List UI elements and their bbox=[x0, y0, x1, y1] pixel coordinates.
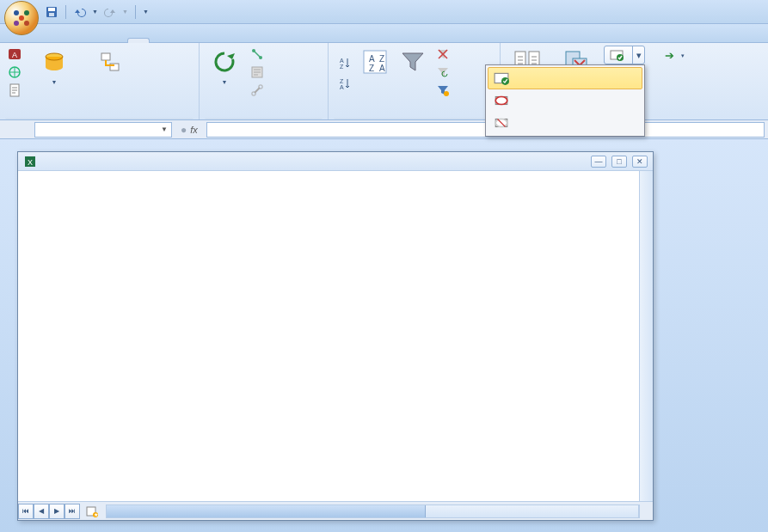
tab-formulas[interactable] bbox=[107, 38, 127, 42]
tab-home[interactable] bbox=[45, 38, 65, 42]
tab-review[interactable] bbox=[150, 38, 170, 42]
workbook-titlebar[interactable]: X — □ ✕ bbox=[18, 152, 653, 171]
svg-text:★: ★ bbox=[94, 512, 98, 517]
fx-icon[interactable]: fx bbox=[190, 125, 198, 135]
svg-text:A: A bbox=[340, 58, 344, 64]
maximize-button[interactable]: □ bbox=[611, 156, 627, 168]
cancel-formula-icon: ● bbox=[181, 124, 187, 136]
text-file-icon bbox=[8, 83, 22, 97]
advanced-filter-button[interactable] bbox=[433, 82, 455, 99]
data-validation-dropdown[interactable]: ▾ bbox=[632, 46, 644, 64]
svg-rect-7 bbox=[49, 13, 54, 16]
connections-button[interactable] bbox=[248, 46, 269, 63]
svg-text:Z: Z bbox=[369, 64, 374, 73]
chevron-down-icon: ▼ bbox=[222, 79, 228, 85]
name-box[interactable]: ▼ bbox=[34, 122, 172, 138]
filter-icon bbox=[399, 48, 427, 76]
svg-text:A: A bbox=[12, 51, 17, 59]
properties-button bbox=[248, 64, 269, 81]
redo-dropdown: ▼ bbox=[122, 9, 128, 15]
svg-text:Z: Z bbox=[379, 54, 384, 64]
connections-icon bbox=[250, 47, 264, 61]
sort-asc-icon: AZ bbox=[337, 56, 351, 70]
refresh-all-button[interactable]: ▼ bbox=[205, 46, 244, 88]
svg-rect-14 bbox=[101, 53, 110, 60]
from-text-button[interactable] bbox=[5, 82, 27, 99]
svg-point-2 bbox=[24, 10, 29, 15]
sort-asc-button[interactable]: AZ bbox=[334, 54, 354, 71]
reapply-button bbox=[433, 64, 455, 81]
sheet-nav-first[interactable]: ⏮ bbox=[18, 504, 34, 519]
save-icon[interactable] bbox=[45, 5, 58, 19]
sort-button[interactable]: AZZA bbox=[358, 46, 392, 80]
sheet-nav-last[interactable]: ⏭ bbox=[65, 504, 80, 519]
excel-doc-icon: X bbox=[23, 155, 37, 168]
svg-point-3 bbox=[24, 21, 29, 26]
sheet-nav-next[interactable]: ▶ bbox=[49, 504, 65, 519]
undo-dropdown[interactable]: ▼ bbox=[92, 9, 98, 15]
minimize-button[interactable]: — bbox=[591, 156, 606, 168]
sheet-tab-bar: ⏮ ◀ ▶ ⏭ ★ bbox=[18, 501, 653, 520]
sort-icon: AZZA bbox=[361, 48, 389, 76]
group-arrow-icon: ➔ bbox=[665, 49, 674, 62]
existing-connections-button[interactable] bbox=[82, 46, 138, 80]
from-access-button[interactable]: A bbox=[5, 46, 27, 63]
svg-text:Z: Z bbox=[340, 78, 344, 84]
from-other-sources-button[interactable]: ▼ bbox=[30, 46, 78, 88]
redo-icon[interactable] bbox=[103, 5, 117, 19]
advanced-icon bbox=[436, 83, 450, 97]
other-sources-icon bbox=[40, 48, 68, 76]
formula-bar: ▼ ● fx bbox=[0, 120, 768, 139]
chevron-down-icon: ▼ bbox=[52, 79, 58, 85]
circle-invalid-icon bbox=[494, 93, 509, 108]
tab-view[interactable] bbox=[170, 38, 191, 42]
menu-data-validation[interactable] bbox=[488, 67, 642, 89]
group-data-tools: ▾ ➔▾ bbox=[501, 43, 768, 119]
horizontal-scrollbar[interactable] bbox=[106, 504, 639, 518]
group-label bbox=[5, 118, 194, 119]
existing-connections-icon bbox=[96, 48, 124, 76]
workspace: X — □ ✕ ⏮ ◀ ▶ ⏭ ★ bbox=[0, 139, 768, 532]
clear-circles-icon bbox=[494, 115, 509, 131]
edit-links-button bbox=[248, 82, 269, 99]
insert-sheet-icon[interactable]: ★ bbox=[85, 504, 99, 518]
svg-text:A: A bbox=[369, 54, 375, 64]
data-validation-menu bbox=[485, 64, 645, 137]
svg-rect-20 bbox=[259, 85, 262, 89]
ribbon: A ▼ ▼ bbox=[0, 43, 768, 120]
tab-page-layout[interactable] bbox=[86, 38, 107, 42]
tab-insert[interactable] bbox=[65, 38, 86, 42]
edit-links-icon bbox=[250, 83, 264, 97]
properties-icon bbox=[250, 65, 264, 79]
menu-clear-circles[interactable] bbox=[488, 112, 642, 134]
close-button[interactable]: ✕ bbox=[632, 156, 648, 168]
group-sort-filter: AZ ZA AZZA bbox=[329, 43, 501, 119]
group-connections: ▼ bbox=[200, 43, 329, 119]
menu-circle-invalid[interactable] bbox=[488, 89, 642, 112]
clear-filter-button bbox=[433, 46, 455, 63]
chevron-down-icon: ▾ bbox=[681, 52, 685, 59]
reapply-icon bbox=[436, 65, 450, 79]
office-button[interactable] bbox=[4, 1, 39, 35]
sheet-nav-prev[interactable]: ◀ bbox=[34, 504, 49, 519]
svg-rect-6 bbox=[48, 8, 55, 11]
spreadsheet-grid[interactable] bbox=[18, 171, 639, 501]
chevron-down-icon[interactable]: ▼ bbox=[161, 125, 168, 133]
svg-point-1 bbox=[14, 10, 19, 15]
refresh-icon bbox=[211, 48, 238, 76]
from-web-button[interactable] bbox=[5, 64, 27, 81]
svg-point-4 bbox=[14, 21, 19, 26]
vertical-scrollbar[interactable] bbox=[639, 171, 653, 501]
undo-icon[interactable] bbox=[73, 5, 87, 19]
data-validation-split-button[interactable]: ▾ bbox=[604, 46, 645, 64]
data-validation-icon bbox=[494, 70, 509, 86]
ribbon-tabs bbox=[0, 24, 768, 43]
svg-text:A: A bbox=[340, 84, 344, 90]
group-label bbox=[334, 118, 495, 119]
svg-point-30 bbox=[444, 91, 449, 96]
qat-customize[interactable]: ▼ bbox=[143, 9, 149, 15]
group-button[interactable]: ➔▾ bbox=[662, 47, 687, 64]
sort-desc-button[interactable]: ZA bbox=[334, 75, 354, 92]
filter-button[interactable] bbox=[396, 46, 430, 80]
workbook-window: X — □ ✕ ⏮ ◀ ▶ ⏭ ★ bbox=[17, 151, 654, 521]
